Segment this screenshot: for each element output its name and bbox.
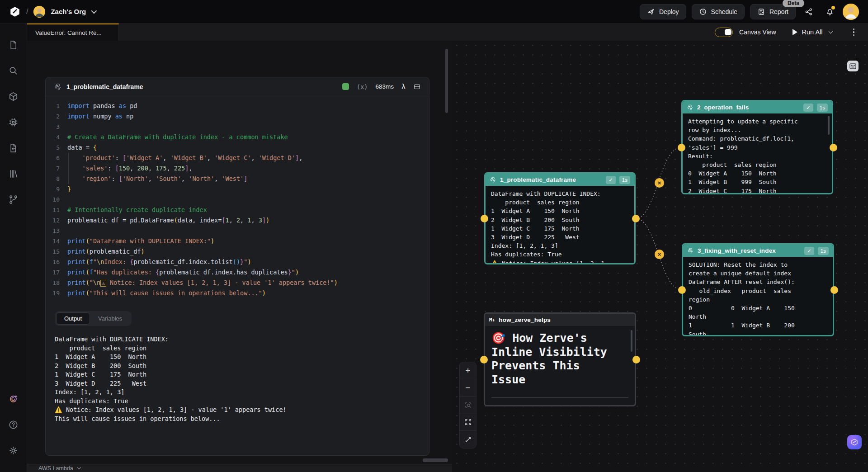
port-in-node1[interactable]	[481, 215, 488, 222]
code-line[interactable]: 3	[46, 122, 429, 132]
code-block-header[interactable]: 1_problematic_dataframe (x) 683ms λ	[46, 77, 429, 96]
canvas-pane[interactable]: 2_operation_fails ✓ 1s Attempting to upd…	[452, 41, 868, 472]
code-line[interactable]: 12problematic_df = pd.DataFrame(data, in…	[46, 215, 429, 226]
port-out-node-md[interactable]	[632, 356, 640, 363]
zoom-in-button[interactable]: +	[460, 362, 476, 379]
notification-dot	[831, 6, 835, 9]
line-number: 15	[46, 246, 67, 257]
org-avatar[interactable]	[33, 6, 45, 18]
code-line[interactable]: 13	[46, 226, 429, 236]
code-line[interactable]: 18print("\n⚠ Notice: Index values [1, 2,…	[46, 278, 429, 288]
sidebar-item-settings[interactable]	[4, 440, 24, 461]
edge-delete-button[interactable]: ×	[655, 250, 664, 259]
zerve-brand-logo[interactable]	[847, 435, 862, 449]
zoom-to-selection-button[interactable]	[460, 396, 476, 414]
node-3-fixing-with-reset-index[interactable]: 3_fixing_with_reset_index ✓ 1s SOLUTION:…	[682, 243, 834, 336]
schedule-button[interactable]: Schedule	[692, 4, 745, 19]
code-line[interactable]: 2import numpy as np	[46, 111, 429, 122]
line-number: 11	[46, 205, 67, 215]
ai-sparkle-icon	[8, 393, 19, 404]
port-out-node1[interactable]	[632, 215, 640, 222]
port-in-node3[interactable]	[678, 286, 686, 294]
user-avatar[interactable]	[843, 4, 859, 20]
node-header[interactable]: M↓ how_zerve_helps	[485, 314, 635, 326]
node-output-line: Attempting to update a specific	[688, 117, 826, 126]
tab-output[interactable]: Output	[56, 312, 90, 325]
share-button[interactable]	[801, 4, 816, 19]
code-line[interactable]: 16print(f"\nIndex: {problematic_df.index…	[46, 257, 429, 267]
code-line[interactable]: 19print("This will cause issues in opera…	[46, 288, 429, 298]
node-scrollbar[interactable]	[631, 330, 632, 352]
node-header[interactable]: 1_problematic_dataframe ✓ 1s	[486, 174, 634, 186]
output-line: DataFrame with DUPLICATE INDEX:	[55, 335, 420, 344]
zerve-logo-icon[interactable]	[9, 6, 21, 18]
sidebar-item-library[interactable]	[4, 163, 24, 184]
layout-icon[interactable]	[413, 83, 421, 90]
node-output-line: DataFrame with DUPLICATE INDEX:	[491, 189, 629, 198]
vertical-scrollbar[interactable]	[445, 49, 448, 113]
edge-delete-button[interactable]: ×	[655, 178, 664, 188]
code-line[interactable]: 11# Intentionally create duplicate index	[46, 205, 429, 215]
node-1-problematic-dataframe[interactable]: 1_problematic_dataframe ✓ 1s DataFrame w…	[484, 172, 636, 264]
sidebar-item-assistant[interactable]	[4, 388, 24, 409]
code-line[interactable]: 9}	[46, 184, 429, 194]
sidebar-item-search[interactable]	[4, 60, 24, 81]
resize-button[interactable]	[460, 431, 476, 448]
node-header[interactable]: 2_operation_fails ✓ 1s	[683, 101, 832, 113]
port-in-node-md[interactable]	[480, 356, 488, 363]
canvas-widget-button[interactable]	[847, 61, 859, 71]
node-how-zerve-helps[interactable]: M↓ how_zerve_helps 🎯 How Zerve'sInline V…	[484, 312, 636, 406]
node-output-line: 1 1 Widget B 200	[689, 321, 827, 330]
horizontal-scrollbar[interactable]	[423, 458, 448, 462]
node-header[interactable]: 3_fixing_with_reset_index ✓ 1s	[683, 245, 833, 257]
notifications-button[interactable]	[822, 4, 837, 19]
report-button[interactable]: Report Beta	[750, 4, 796, 19]
fit-view-button[interactable]	[460, 414, 476, 431]
code-line[interactable]: 6 'product': ['Widget A', 'Widget B', 'W…	[46, 153, 429, 163]
canvas-view-toggle[interactable]	[715, 28, 733, 37]
variables-icon[interactable]: (x)	[357, 83, 368, 90]
deploy-button[interactable]: Deploy	[640, 4, 686, 19]
node-output-line: product sales region	[688, 160, 826, 169]
port-out-node3[interactable]	[830, 286, 838, 294]
tab-strip: ValueError: Cannot Re... Canvas View Run…	[27, 24, 868, 41]
port-in-node2[interactable]	[678, 144, 685, 151]
environment-select[interactable]: AWS Lambda	[38, 465, 73, 472]
node-scrollbar[interactable]	[828, 116, 830, 135]
sidebar-item-packages[interactable]	[4, 86, 24, 107]
run-all-chevron-icon[interactable]	[828, 29, 833, 34]
chip-icon	[8, 117, 19, 127]
sidebar-item-git[interactable]	[4, 189, 24, 210]
code-line[interactable]: 15print(problematic_df)	[46, 246, 429, 257]
zoom-out-button[interactable]: −	[460, 379, 476, 396]
tab-variables[interactable]: Variables	[90, 312, 130, 325]
line-number: 1	[46, 101, 67, 111]
code-line[interactable]: 14print("DataFrame with DUPLICATE INDEX:…	[46, 236, 429, 246]
more-options-button[interactable]	[849, 27, 859, 38]
sidebar-item-compute[interactable]	[4, 112, 24, 132]
sidebar-item-help[interactable]	[4, 414, 24, 435]
code-line[interactable]: 1import pandas as pd	[46, 101, 429, 111]
environment-chevron-icon[interactable]	[77, 466, 80, 469]
code-line[interactable]: 10	[46, 194, 429, 205]
line-number: 5	[46, 142, 67, 153]
code-line[interactable]: 17print(f"Has duplicates: {problematic_d…	[46, 267, 429, 278]
port-out-node2[interactable]	[830, 144, 837, 151]
node-output-line: row by index...	[688, 126, 826, 134]
code-line[interactable]: 5data = {	[46, 142, 429, 153]
org-name[interactable]: Zach's Org	[51, 8, 86, 15]
node-time-badge: 1s	[817, 104, 828, 112]
code-line[interactable]: 8 'region': ['North', 'South', 'North', …	[46, 174, 429, 184]
sidebar-item-import[interactable]	[4, 137, 24, 158]
node-2-operation-fails[interactable]: 2_operation_fails ✓ 1s Attempting to upd…	[681, 100, 833, 194]
org-chevron-down-icon[interactable]	[91, 8, 97, 14]
output-line: 3 Widget D 225 West	[55, 379, 420, 388]
run-all-button[interactable]: Run All	[793, 28, 823, 36]
resize-icon	[464, 436, 472, 444]
lambda-icon[interactable]: λ	[401, 83, 406, 91]
code-editor[interactable]: 1import pandas as pd2import numpy as np3…	[46, 96, 429, 304]
code-line[interactable]: 4# Create a DataFrame with duplicate ind…	[46, 132, 429, 142]
sidebar-item-files[interactable]	[4, 34, 24, 55]
code-line[interactable]: 7 'sales': [150, 200, 175, 225],	[46, 163, 429, 174]
tab-valueerror[interactable]: ValueError: Cannot Re...	[27, 24, 119, 41]
